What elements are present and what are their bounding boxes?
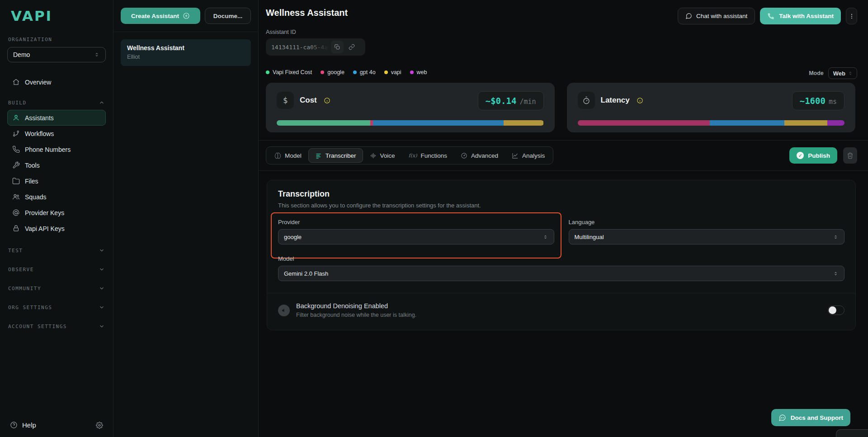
info-icon[interactable] [324, 97, 330, 104]
assistant-config-tabs: Model Transcriber Voice f(x) Functions [266, 146, 553, 164]
model-select[interactable]: Gemini 2.0 Flash [278, 266, 844, 281]
badge-vapi-fixed-cost: Vapi Fixed Cost [266, 69, 312, 75]
tab-model[interactable]: Model [268, 148, 308, 163]
sidebar-item-workflows[interactable]: Workflows [7, 126, 106, 141]
provider-select[interactable]: google [278, 229, 554, 244]
sidebar-item-label: Vapi API Keys [25, 225, 65, 232]
updown-chevron-icon [94, 52, 100, 58]
more-options-button[interactable] [846, 8, 857, 24]
waveform-icon [370, 152, 377, 159]
chart-icon [512, 152, 519, 159]
chevron-down-icon [99, 323, 105, 329]
gear-icon[interactable] [96, 422, 103, 429]
help-circle-icon [10, 421, 18, 429]
check-circle-icon: ✓ [797, 152, 804, 159]
dollar-icon: $ [277, 92, 294, 109]
latency-value-pill: ~1600 ms [792, 91, 844, 110]
assistant-id-value: 14134111-ca05-4a65-b [271, 44, 329, 51]
main-content: Wellness Assistant Chat with assistant T… [259, 0, 868, 437]
cost-unit: /min [519, 98, 536, 106]
latency-value: ~1600 [800, 96, 826, 106]
sidebar-item-phone-numbers[interactable]: Phone Numbers [7, 141, 106, 157]
metrics-row: $ Cost ~$0.14 /min Latency [266, 83, 855, 132]
corner-widget[interactable] [836, 429, 868, 437]
lock-icon [12, 225, 20, 232]
sidebar-item-provider-keys[interactable]: Provider Keys [7, 205, 106, 221]
sidebar-item-squads[interactable]: Squads [7, 189, 106, 205]
sidebar-item-tools[interactable]: Tools [7, 157, 106, 173]
sidebar-group-account-settings[interactable]: ACCOUNT SETTINGS [7, 317, 106, 336]
sidebar-item-label: Assistants [25, 114, 54, 122]
assistant-list-toolbar: Create Assistant Docume... [113, 0, 258, 32]
transcription-title: Transcription [278, 189, 844, 199]
chat-with-assistant-button[interactable]: Chat with assistant [678, 8, 755, 24]
create-assistant-button[interactable]: Create Assistant [121, 8, 200, 24]
speaker-icon [278, 305, 290, 316]
assistant-subtitle: Elliot [127, 53, 245, 60]
organization-select[interactable]: Demo [7, 47, 106, 62]
badge-dot [384, 70, 388, 74]
gauge-icon [461, 152, 467, 159]
badge-gpt-4o: gpt 4o [353, 69, 376, 75]
sidebar-footer: Help [7, 421, 106, 429]
assistant-list-item[interactable]: Wellness Assistant Elliot [121, 39, 251, 66]
delete-assistant-button[interactable] [843, 147, 857, 164]
latency-unit: ms [829, 98, 837, 106]
updown-chevron-icon [833, 271, 839, 277]
brain-icon [274, 152, 281, 159]
publish-button[interactable]: ✓ Publish [789, 147, 837, 164]
tab-analysis[interactable]: Analysis [505, 148, 552, 163]
tab-transcriber[interactable]: Transcriber [308, 148, 363, 163]
chat-bubble-icon [685, 13, 692, 19]
info-icon[interactable] [637, 97, 643, 104]
sidebar-group-build[interactable]: BUILD [7, 95, 106, 110]
updown-chevron-icon [848, 70, 853, 76]
tabs-band: Model Transcriber Voice f(x) Functions [259, 140, 868, 171]
sidebar-item-assistants[interactable]: Assistants [7, 110, 106, 126]
trash-icon [847, 152, 854, 159]
header-actions: Chat with assistant Talk with Assistant [678, 8, 857, 24]
at-sign-icon [12, 209, 20, 216]
assistant-list: Wellness Assistant Elliot [113, 32, 258, 73]
function-icon: f(x) [409, 153, 417, 159]
tab-advanced[interactable]: Advanced [454, 148, 505, 163]
cost-title: Cost [300, 96, 317, 105]
sidebar-group-community[interactable]: COMMUNITY [7, 279, 106, 298]
updown-chevron-icon [542, 234, 548, 240]
assistant-id-label: Assistant ID [266, 29, 868, 35]
copy-icon[interactable] [331, 41, 344, 53]
sidebar-item-label: Workflows [25, 130, 54, 137]
sidebar-group-test[interactable]: TEST [7, 241, 106, 260]
language-select[interactable]: Multilingual [569, 229, 845, 244]
sidebar-item-overview[interactable]: Overview [7, 74, 106, 90]
tab-functions[interactable]: f(x) Functions [402, 148, 454, 163]
sidebar-item-files[interactable]: Files [7, 173, 106, 189]
assistant-list-panel: Create Assistant Docume... Wellness Assi… [113, 0, 259, 437]
sidebar-nav: Overview BUILD Assistants Workflows Phon… [7, 74, 106, 336]
updown-chevron-icon [833, 234, 839, 240]
denoising-toggle[interactable] [828, 305, 844, 315]
phone-icon [12, 146, 20, 153]
denoising-title: Background Denoising Enabled [296, 302, 416, 310]
phone-icon [767, 13, 774, 20]
sidebar-item-vapi-api-keys[interactable]: Vapi API Keys [7, 221, 106, 236]
link-icon[interactable] [345, 41, 358, 53]
docs-and-support-button[interactable]: Docs and Support [771, 409, 850, 426]
mode-select[interactable]: Web [828, 67, 857, 79]
git-branch-icon [12, 130, 20, 137]
sidebar-group-observe[interactable]: OBSERVE [7, 260, 106, 279]
documents-button[interactable]: Docume... [205, 8, 251, 24]
sidebar-item-label: Squads [25, 193, 46, 201]
sidebar-item-label: Phone Numbers [25, 146, 71, 153]
sidebar-item-label: Provider Keys [25, 209, 64, 216]
kebab-icon [849, 13, 855, 20]
provider-highlight-ring: Provider google [271, 212, 561, 258]
talk-with-assistant-button[interactable]: Talk with Assistant [760, 8, 841, 24]
help-link[interactable]: Help [22, 421, 36, 429]
latency-title: Latency [601, 96, 630, 105]
sidebar-item-label: Files [25, 178, 38, 185]
sidebar-group-org-settings[interactable]: ORG SETTINGS [7, 298, 106, 317]
language-label: Language [569, 219, 845, 226]
tab-voice[interactable]: Voice [363, 148, 402, 163]
badge-dot [321, 70, 324, 74]
